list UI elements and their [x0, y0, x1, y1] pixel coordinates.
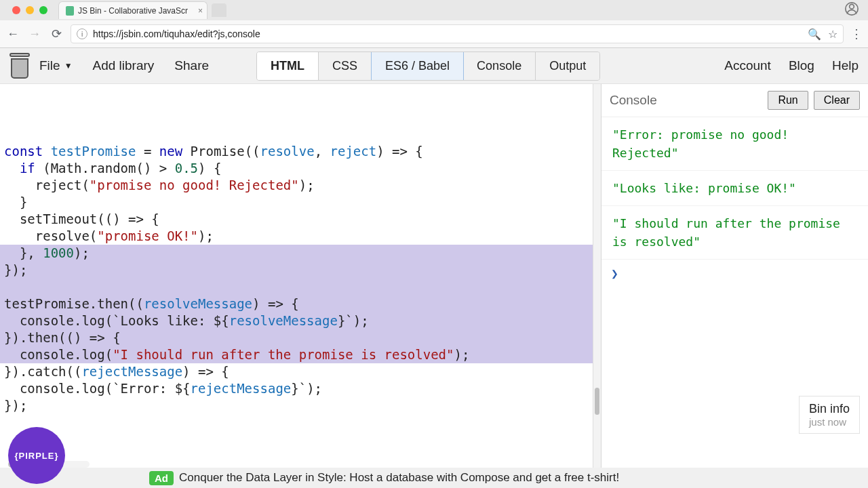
console-panel: Console Run Clear "Error: promise no goo…	[601, 84, 868, 468]
add-library-button[interactable]: Add library	[93, 58, 155, 73]
bookmark-icon[interactable]: ☆	[828, 28, 837, 41]
pirple-label: {PIRPLE}	[14, 451, 58, 461]
jsbin-favicon-icon	[66, 6, 74, 16]
bin-info-card[interactable]: Bin info just now	[799, 396, 860, 434]
console-prompt-icon[interactable]: ❯	[601, 260, 868, 287]
ad-text: Conquer the Data Layer in Style: Host a …	[179, 471, 619, 485]
main-area: const testPromise = new Promise((resolve…	[0, 84, 868, 468]
tab-console[interactable]: Console	[463, 52, 536, 80]
console-header: Console Run Clear	[601, 84, 868, 117]
help-link[interactable]: Help	[832, 58, 859, 73]
blog-link[interactable]: Blog	[789, 58, 814, 73]
window-close-icon[interactable]	[12, 6, 20, 14]
tab-close-icon[interactable]: ×	[198, 6, 203, 16]
console-row: "I should run after the promise is resol…	[601, 206, 868, 260]
run-button[interactable]: Run	[768, 91, 808, 110]
tab-css[interactable]: CSS	[319, 52, 372, 80]
account-link[interactable]: Account	[724, 58, 771, 73]
file-menu-label: File	[39, 58, 60, 73]
zoom-icon[interactable]: 🔍	[808, 28, 821, 41]
window-controls[interactable]	[5, 6, 54, 14]
console-row: "Looks like: promise OK!"	[601, 171, 868, 206]
nav-toolbar: ← → ⟳ i https://jsbin.com/tiquhax/edit?j…	[0, 20, 868, 47]
tab-output[interactable]: Output	[536, 52, 599, 80]
tab-es6[interactable]: ES6 / Babel	[371, 52, 464, 81]
panel-tabs: HTML CSS ES6 / Babel Console Output	[256, 52, 600, 81]
chevron-down-icon: ▼	[64, 61, 73, 70]
footer-ad[interactable]: Ad Conquer the Data Layer in Style: Host…	[0, 468, 868, 488]
url-text: https://jsbin.com/tiquhax/edit?js,consol…	[93, 28, 802, 39]
window-minimize-icon[interactable]	[26, 6, 34, 14]
tab-html[interactable]: HTML	[257, 52, 319, 80]
new-tab-button[interactable]	[212, 3, 226, 17]
file-menu[interactable]: File ▼	[39, 58, 73, 73]
ad-badge: Ad	[149, 471, 174, 485]
code-content: const testPromise = new Promise((resolve…	[4, 143, 589, 414]
browser-tab[interactable]: JS Bin - Collaborative JavaScr ×	[58, 1, 208, 19]
console-title: Console	[610, 93, 762, 108]
site-info-icon[interactable]: i	[77, 28, 87, 39]
kebab-menu-icon[interactable]: ⋮	[850, 26, 863, 41]
vertical-scrollbar[interactable]	[593, 84, 601, 468]
code-editor[interactable]: const testPromise = new Promise((resolve…	[0, 84, 593, 468]
bin-info-subtitle: just now	[809, 416, 850, 428]
window-zoom-icon[interactable]	[39, 6, 47, 14]
pirple-badge[interactable]: {PIRPLE}	[8, 427, 65, 484]
back-icon[interactable]: ←	[5, 27, 20, 41]
clear-button[interactable]: Clear	[814, 91, 860, 110]
reload-icon[interactable]: ⟳	[49, 26, 64, 41]
forward-icon: →	[27, 27, 42, 41]
tab-title: JS Bin - Collaborative JavaScr	[78, 6, 188, 16]
jsbin-logo-icon[interactable]	[9, 53, 30, 79]
tab-strip: JS Bin - Collaborative JavaScr ×	[0, 0, 868, 20]
browser-chrome: JS Bin - Collaborative JavaScr × ← → ⟳ i…	[0, 0, 868, 48]
console-row: "Error: promise no good! Rejected"	[601, 117, 868, 171]
address-bar[interactable]: i https://jsbin.com/tiquhax/edit?js,cons…	[71, 24, 844, 43]
jsbin-menubar: File ▼ Add library Share HTML CSS ES6 / …	[0, 48, 868, 84]
bin-info-title: Bin info	[809, 402, 850, 416]
share-button[interactable]: Share	[174, 58, 209, 73]
svg-point-0	[850, 4, 854, 9]
profile-icon[interactable]	[845, 2, 859, 19]
